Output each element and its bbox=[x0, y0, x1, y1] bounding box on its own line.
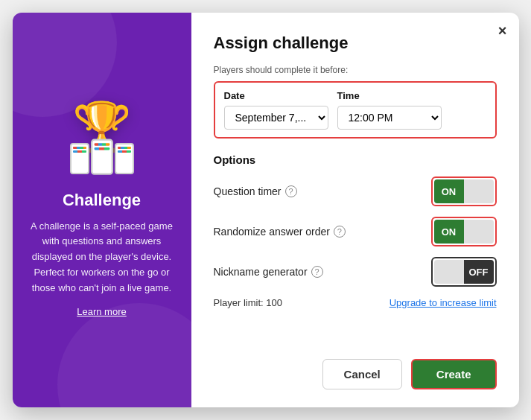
footer-buttons: Cancel Create bbox=[214, 347, 497, 389]
close-button[interactable]: × bbox=[498, 23, 507, 38]
phone-right bbox=[115, 143, 134, 174]
date-select[interactable]: September 7,... bbox=[224, 106, 328, 130]
question-timer-label: Question timer ? bbox=[214, 185, 297, 197]
phone-left bbox=[70, 143, 89, 174]
randomize-toggle-wrapper: ON bbox=[431, 217, 497, 246]
date-col: Date September 7,... bbox=[224, 90, 328, 130]
upgrade-link[interactable]: Upgrade to increase limit bbox=[389, 297, 497, 308]
nickname-generator-row: Nickname generator ? OFF bbox=[214, 257, 497, 287]
left-panel: 🏆 Challenge A challenge is a self-paced … bbox=[13, 13, 191, 407]
question-timer-toggle-wrapper: ON bbox=[431, 176, 497, 206]
toggle-off-inactive bbox=[464, 179, 494, 203]
randomize-answer-toggle[interactable]: ON bbox=[434, 220, 494, 244]
time-select[interactable]: 12:00 PM bbox=[337, 106, 442, 130]
left-description: A challenge is a self-paced game with qu… bbox=[28, 219, 177, 296]
create-button[interactable]: Create bbox=[411, 359, 497, 389]
learn-more-link[interactable]: Learn more bbox=[77, 306, 126, 317]
toggle-off-inactive-2 bbox=[464, 220, 494, 244]
randomize-answer-row: Randomize answer order ? ON bbox=[214, 217, 497, 246]
cancel-button[interactable]: Cancel bbox=[322, 359, 402, 389]
toggle-on-label-2: ON bbox=[434, 220, 464, 244]
toggle-on-label: ON bbox=[434, 179, 464, 203]
nickname-toggle-wrapper: OFF bbox=[431, 257, 497, 287]
date-col-label: Date bbox=[224, 90, 328, 101]
assign-challenge-modal: 🏆 Challenge A challenge is a self-paced … bbox=[13, 13, 519, 407]
options-title: Options bbox=[214, 153, 497, 166]
nickname-generator-help-icon[interactable]: ? bbox=[311, 266, 323, 278]
left-title: Challenge bbox=[63, 191, 141, 210]
time-col-label: Time bbox=[337, 90, 442, 101]
date-time-row: Date September 7,... Time 12:00 PM bbox=[214, 81, 497, 139]
time-col: Time 12:00 PM bbox=[337, 90, 442, 130]
player-limit-row: Player limit: 100 Upgrade to increase li… bbox=[214, 297, 497, 308]
right-panel: × Assign challenge Players should comple… bbox=[191, 13, 519, 407]
nickname-generator-label: Nickname generator ? bbox=[214, 266, 323, 278]
toggle-off-label: OFF bbox=[464, 260, 494, 284]
question-timer-toggle[interactable]: ON bbox=[434, 179, 494, 203]
phone-devices bbox=[57, 143, 147, 174]
nickname-generator-toggle[interactable]: OFF bbox=[434, 260, 494, 284]
phone-center bbox=[91, 139, 113, 174]
date-section-label: Players should complete it before: bbox=[214, 65, 497, 75]
question-timer-row: Question timer ? ON bbox=[214, 176, 497, 206]
dialog-title: Assign challenge bbox=[214, 34, 497, 53]
randomize-answer-help-icon[interactable]: ? bbox=[334, 226, 346, 238]
trophy-container: 🏆 bbox=[57, 103, 147, 177]
toggle-on-inactive-3 bbox=[434, 260, 464, 284]
randomize-answer-label: Randomize answer order ? bbox=[214, 226, 346, 238]
player-limit-text: Player limit: 100 bbox=[214, 297, 282, 308]
question-timer-help-icon[interactable]: ? bbox=[285, 185, 297, 197]
